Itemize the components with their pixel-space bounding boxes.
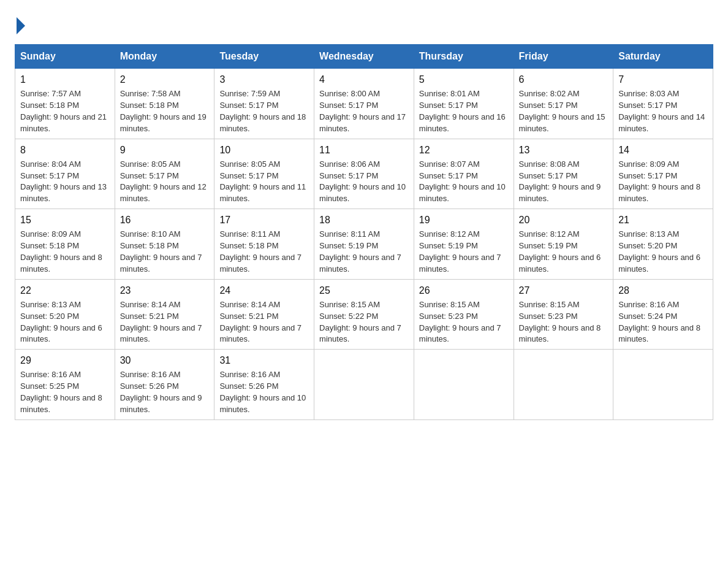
day-number: 9 xyxy=(120,143,210,157)
calendar-week-row: 8 Sunrise: 8:04 AMSunset: 5:17 PMDayligh… xyxy=(15,139,713,209)
day-number: 5 xyxy=(419,72,509,86)
day-number: 8 xyxy=(20,143,110,157)
day-info: Sunrise: 8:06 AMSunset: 5:17 PMDaylight:… xyxy=(319,159,406,204)
weekday-header-wednesday: Wednesday xyxy=(314,45,414,69)
day-info: Sunrise: 8:05 AMSunset: 5:17 PMDaylight:… xyxy=(120,159,207,204)
day-info: Sunrise: 8:11 AMSunset: 5:19 PMDaylight:… xyxy=(319,229,401,274)
day-info: Sunrise: 7:57 AMSunset: 5:18 PMDaylight:… xyxy=(20,89,107,133)
day-number: 31 xyxy=(219,353,309,367)
calendar-cell: 17 Sunrise: 8:11 AMSunset: 5:18 PMDaylig… xyxy=(214,209,314,280)
weekday-header-sunday: Sunday xyxy=(15,45,115,69)
day-info: Sunrise: 8:16 AMSunset: 5:24 PMDaylight:… xyxy=(618,300,700,344)
calendar-cell: 2 Sunrise: 7:58 AMSunset: 5:18 PMDayligh… xyxy=(115,69,214,139)
weekday-header-monday: Monday xyxy=(115,45,214,69)
calendar-cell: 21 Sunrise: 8:13 AMSunset: 5:20 PMDaylig… xyxy=(613,209,713,280)
calendar-cell: 7 Sunrise: 8:03 AMSunset: 5:17 PMDayligh… xyxy=(613,69,713,139)
page-header xyxy=(15,15,713,34)
day-number: 13 xyxy=(519,143,609,157)
day-number: 20 xyxy=(519,213,609,227)
day-number: 22 xyxy=(20,283,110,297)
day-info: Sunrise: 8:14 AMSunset: 5:21 PMDaylight:… xyxy=(219,300,301,344)
day-number: 24 xyxy=(219,283,309,297)
calendar-cell: 20 Sunrise: 8:12 AMSunset: 5:19 PMDaylig… xyxy=(514,209,613,280)
calendar-cell xyxy=(613,350,713,420)
calendar-week-row: 29 Sunrise: 8:16 AMSunset: 5:25 PMDaylig… xyxy=(15,350,713,420)
day-number: 16 xyxy=(120,213,210,227)
calendar-cell: 1 Sunrise: 7:57 AMSunset: 5:18 PMDayligh… xyxy=(15,69,115,139)
day-info: Sunrise: 8:10 AMSunset: 5:18 PMDaylight:… xyxy=(120,229,202,274)
day-info: Sunrise: 8:15 AMSunset: 5:22 PMDaylight:… xyxy=(319,300,401,344)
day-number: 17 xyxy=(219,213,309,227)
calendar-cell: 11 Sunrise: 8:06 AMSunset: 5:17 PMDaylig… xyxy=(314,139,414,209)
calendar-cell: 26 Sunrise: 8:15 AMSunset: 5:23 PMDaylig… xyxy=(414,279,514,350)
calendar-cell xyxy=(414,350,514,420)
calendar-cell: 19 Sunrise: 8:12 AMSunset: 5:19 PMDaylig… xyxy=(414,209,514,280)
day-info: Sunrise: 8:16 AMSunset: 5:26 PMDaylight:… xyxy=(219,370,306,414)
calendar-cell xyxy=(314,350,414,420)
day-number: 19 xyxy=(419,213,509,227)
day-number: 30 xyxy=(120,353,210,367)
day-number: 28 xyxy=(618,283,708,297)
calendar-cell: 25 Sunrise: 8:15 AMSunset: 5:22 PMDaylig… xyxy=(314,279,414,350)
calendar-cell: 6 Sunrise: 8:02 AMSunset: 5:17 PMDayligh… xyxy=(514,69,613,139)
day-number: 1 xyxy=(20,72,110,86)
calendar-cell: 27 Sunrise: 8:15 AMSunset: 5:23 PMDaylig… xyxy=(514,279,613,350)
calendar-cell: 13 Sunrise: 8:08 AMSunset: 5:17 PMDaylig… xyxy=(514,139,613,209)
weekday-header-saturday: Saturday xyxy=(613,45,713,69)
day-info: Sunrise: 8:15 AMSunset: 5:23 PMDaylight:… xyxy=(519,300,601,344)
calendar-cell: 24 Sunrise: 8:14 AMSunset: 5:21 PMDaylig… xyxy=(214,279,314,350)
day-info: Sunrise: 8:11 AMSunset: 5:18 PMDaylight:… xyxy=(219,229,301,274)
day-number: 15 xyxy=(20,213,110,227)
calendar-table: SundayMondayTuesdayWednesdayThursdayFrid… xyxy=(15,44,713,420)
day-number: 26 xyxy=(419,283,509,297)
calendar-cell: 12 Sunrise: 8:07 AMSunset: 5:17 PMDaylig… xyxy=(414,139,514,209)
calendar-cell: 15 Sunrise: 8:09 AMSunset: 5:18 PMDaylig… xyxy=(15,209,115,280)
day-number: 14 xyxy=(618,143,708,157)
day-number: 10 xyxy=(219,143,309,157)
calendar-cell: 30 Sunrise: 8:16 AMSunset: 5:26 PMDaylig… xyxy=(115,350,214,420)
day-number: 7 xyxy=(618,72,708,86)
weekday-header-tuesday: Tuesday xyxy=(214,45,314,69)
day-number: 21 xyxy=(618,213,708,227)
calendar-week-row: 15 Sunrise: 8:09 AMSunset: 5:18 PMDaylig… xyxy=(15,209,713,280)
weekday-header-friday: Friday xyxy=(514,45,613,69)
day-info: Sunrise: 7:58 AMSunset: 5:18 PMDaylight:… xyxy=(120,89,207,133)
calendar-cell: 31 Sunrise: 8:16 AMSunset: 5:26 PMDaylig… xyxy=(214,350,314,420)
day-number: 4 xyxy=(319,72,409,86)
calendar-cell: 3 Sunrise: 7:59 AMSunset: 5:17 PMDayligh… xyxy=(214,69,314,139)
calendar-cell: 10 Sunrise: 8:05 AMSunset: 5:17 PMDaylig… xyxy=(214,139,314,209)
day-number: 18 xyxy=(319,213,409,227)
calendar-week-row: 1 Sunrise: 7:57 AMSunset: 5:18 PMDayligh… xyxy=(15,69,713,139)
calendar-cell: 23 Sunrise: 8:14 AMSunset: 5:21 PMDaylig… xyxy=(115,279,214,350)
day-info: Sunrise: 7:59 AMSunset: 5:17 PMDaylight:… xyxy=(219,89,306,133)
day-info: Sunrise: 8:00 AMSunset: 5:17 PMDaylight:… xyxy=(319,89,406,133)
day-info: Sunrise: 8:13 AMSunset: 5:20 PMDaylight:… xyxy=(618,229,700,274)
day-number: 11 xyxy=(319,143,409,157)
calendar-cell: 9 Sunrise: 8:05 AMSunset: 5:17 PMDayligh… xyxy=(115,139,214,209)
calendar-cell: 28 Sunrise: 8:16 AMSunset: 5:24 PMDaylig… xyxy=(613,279,713,350)
calendar-cell: 4 Sunrise: 8:00 AMSunset: 5:17 PMDayligh… xyxy=(314,69,414,139)
calendar-cell: 5 Sunrise: 8:01 AMSunset: 5:17 PMDayligh… xyxy=(414,69,514,139)
calendar-cell: 22 Sunrise: 8:13 AMSunset: 5:20 PMDaylig… xyxy=(15,279,115,350)
day-info: Sunrise: 8:03 AMSunset: 5:17 PMDaylight:… xyxy=(618,89,705,133)
day-number: 2 xyxy=(120,72,210,86)
calendar-cell: 29 Sunrise: 8:16 AMSunset: 5:25 PMDaylig… xyxy=(15,350,115,420)
day-info: Sunrise: 8:13 AMSunset: 5:20 PMDaylight:… xyxy=(20,300,102,344)
day-number: 6 xyxy=(519,72,609,86)
day-number: 25 xyxy=(319,283,409,297)
day-info: Sunrise: 8:08 AMSunset: 5:17 PMDaylight:… xyxy=(519,159,601,204)
calendar-cell: 18 Sunrise: 8:11 AMSunset: 5:19 PMDaylig… xyxy=(314,209,414,280)
day-info: Sunrise: 8:07 AMSunset: 5:17 PMDaylight:… xyxy=(419,159,506,204)
day-number: 29 xyxy=(20,353,110,367)
day-info: Sunrise: 8:05 AMSunset: 5:17 PMDaylight:… xyxy=(219,159,306,204)
calendar-cell: 16 Sunrise: 8:10 AMSunset: 5:18 PMDaylig… xyxy=(115,209,214,280)
day-info: Sunrise: 8:01 AMSunset: 5:17 PMDaylight:… xyxy=(419,89,506,133)
calendar-cell: 8 Sunrise: 8:04 AMSunset: 5:17 PMDayligh… xyxy=(15,139,115,209)
calendar-cell xyxy=(514,350,613,420)
day-info: Sunrise: 8:15 AMSunset: 5:23 PMDaylight:… xyxy=(419,300,501,344)
day-info: Sunrise: 8:09 AMSunset: 5:18 PMDaylight:… xyxy=(20,229,102,274)
day-info: Sunrise: 8:14 AMSunset: 5:21 PMDaylight:… xyxy=(120,300,202,344)
day-number: 27 xyxy=(519,283,609,297)
day-info: Sunrise: 8:04 AMSunset: 5:17 PMDaylight:… xyxy=(20,159,107,204)
day-info: Sunrise: 8:09 AMSunset: 5:17 PMDaylight:… xyxy=(618,159,700,204)
